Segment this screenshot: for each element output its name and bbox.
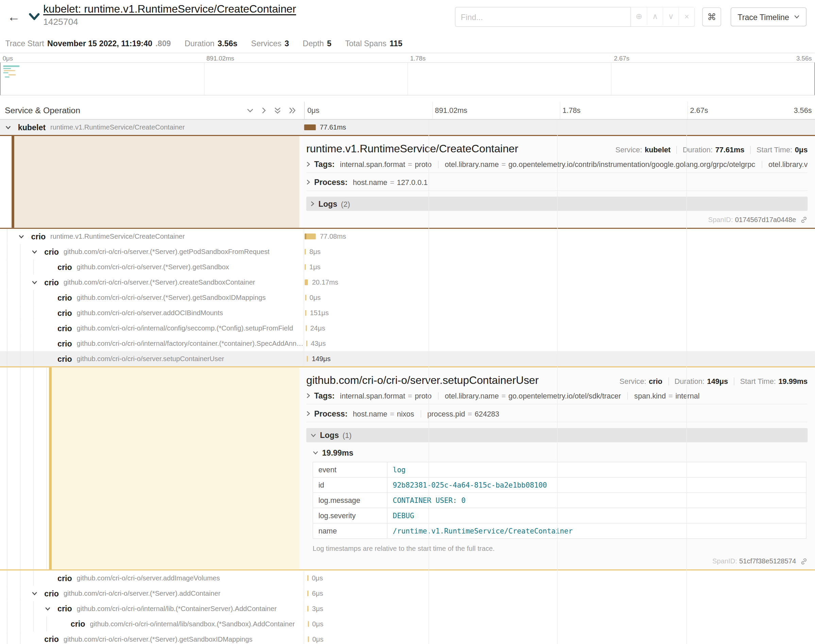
chevron-down-icon[interactable] xyxy=(4,125,18,129)
span-timeline-cell[interactable]: 77.08ms xyxy=(304,229,815,244)
span-row[interactable]: criogithub.com/cri-o/cri-o/server.setupC… xyxy=(0,351,815,366)
trace-view-selector-label: Trace Timeline xyxy=(737,12,789,21)
span-name-cell[interactable]: criogithub.com/cri-o/cri-o/server.(*Serv… xyxy=(0,275,304,290)
span-timeline-cell[interactable]: 24μs xyxy=(304,320,815,336)
span-bar[interactable] xyxy=(305,295,306,301)
span-row[interactable]: criogithub.com/cri-o/cri-o/server.(*Serv… xyxy=(0,632,815,644)
span-row[interactable]: crioruntime.v1.RuntimeService/CreateCont… xyxy=(0,229,815,244)
process-row[interactable]: Process:host.name=nixosprocess.pid=62428… xyxy=(306,409,807,422)
minimap-tick-label: 3.56s xyxy=(796,55,812,62)
span-row[interactable]: criogithub.com/cri-o/cri-o/server.(*Serv… xyxy=(0,290,815,305)
minimap-canvas[interactable] xyxy=(0,62,815,95)
span-timeline-cell[interactable]: 20.17ms xyxy=(304,275,815,290)
span-name-cell[interactable]: criogithub.com/cri-o/cri-o/server.(*Serv… xyxy=(0,586,304,601)
chevron-down-icon[interactable] xyxy=(44,607,57,611)
span-name-cell[interactable]: criogithub.com/cri-o/cri-o/server.(*Serv… xyxy=(0,632,304,644)
span-timeline-cell[interactable]: 8μs xyxy=(304,244,815,259)
span-bar[interactable] xyxy=(306,325,307,331)
span-bar[interactable] xyxy=(307,606,308,611)
logs-count: (1) xyxy=(343,431,352,439)
span-row[interactable]: criogithub.com/cri-o/cri-o/internal/lib/… xyxy=(0,616,815,632)
span-name-cell[interactable]: kubeletruntime.v1.RuntimeService/CreateC… xyxy=(0,120,304,135)
span-bar[interactable] xyxy=(305,264,306,270)
span-row[interactable]: kubeletruntime.v1.RuntimeService/CreateC… xyxy=(0,120,815,135)
span-timeline-cell[interactable]: 6μs xyxy=(304,586,815,601)
logs-accordion-header[interactable]: Logs(1) xyxy=(306,428,807,442)
span-row[interactable]: criogithub.com/cri-o/cri-o/server.(*Serv… xyxy=(0,275,815,290)
span-row[interactable]: criogithub.com/cri-o/cri-o/server.(*Serv… xyxy=(0,586,815,601)
span-row[interactable]: criogithub.com/cri-o/cri-o/internal/conf… xyxy=(0,320,815,336)
span-bar[interactable] xyxy=(305,310,306,316)
span-timeline-cell[interactable]: 151μs xyxy=(304,305,815,320)
span-row[interactable]: criogithub.com/cri-o/cri-o/server.(*Serv… xyxy=(0,244,815,259)
span-name-cell[interactable]: criogithub.com/cri-o/cri-o/server.(*Serv… xyxy=(0,259,304,275)
span-timeline-cell[interactable]: 0μs xyxy=(304,290,815,305)
focus-icon[interactable]: ⊕ xyxy=(631,8,647,26)
span-link-icon[interactable] xyxy=(800,558,808,565)
next-result-icon[interactable]: ∨ xyxy=(663,8,679,26)
chevron-down-icon[interactable] xyxy=(31,250,44,254)
kv-separator xyxy=(761,161,762,168)
back-button[interactable]: ← xyxy=(6,9,26,24)
collapse-one-icon[interactable] xyxy=(247,108,254,113)
span-timeline-cell[interactable]: 0μs xyxy=(304,616,815,632)
span-timeline-cell[interactable]: 43μs xyxy=(304,336,815,351)
collapse-all-icon[interactable] xyxy=(274,107,281,114)
span-bar[interactable] xyxy=(305,249,306,255)
expand-all-icon[interactable] xyxy=(289,107,296,114)
span-timeline-cell[interactable]: 0μs xyxy=(304,570,815,586)
span-name-cell[interactable]: criogithub.com/cri-o/cri-o/internal/lib/… xyxy=(0,616,304,632)
span-bar[interactable] xyxy=(307,356,308,362)
span-row[interactable]: criogithub.com/cri-o/cri-o/server.(*Serv… xyxy=(0,259,815,275)
span-name-cell[interactable]: crioruntime.v1.RuntimeService/CreateCont… xyxy=(0,229,304,244)
tags-row[interactable]: Tags:internal.span.format=protootel.libr… xyxy=(306,391,807,404)
process-item: process.pid=624283 xyxy=(427,409,499,418)
span-service-name: crio xyxy=(44,589,59,598)
trace-view-selector[interactable]: Trace Timeline xyxy=(731,8,806,26)
span-bar[interactable] xyxy=(308,621,309,627)
logs-note: Log timestamps are relative to the start… xyxy=(313,545,807,552)
span-row[interactable]: criogithub.com/cri-o/cri-o/internal/lib.… xyxy=(0,601,815,616)
span-link-icon[interactable] xyxy=(800,216,808,223)
span-timeline-cell[interactable]: 3μs xyxy=(304,601,815,616)
keyboard-shortcuts-button[interactable]: ⌘ xyxy=(702,8,721,26)
span-bar[interactable] xyxy=(308,636,309,642)
span-timeline-cell[interactable]: 1μs xyxy=(304,259,815,275)
log-entry-header[interactable]: 19.99ms xyxy=(313,448,807,457)
trace-title-link[interactable]: kubelet: runtime.v1.RuntimeService/Creat… xyxy=(43,3,296,15)
span-timeline-cell[interactable]: 0μs xyxy=(304,632,815,644)
span-name-cell[interactable]: criogithub.com/cri-o/cri-o/internal/conf… xyxy=(0,320,304,336)
span-name-cell[interactable]: criogithub.com/cri-o/cri-o/server.addIma… xyxy=(0,570,304,586)
span-name-cell[interactable]: criogithub.com/cri-o/cri-o/server.(*Serv… xyxy=(0,290,304,305)
title-collapse-chevron-icon[interactable] xyxy=(29,12,40,23)
span-bar[interactable] xyxy=(307,575,308,581)
process-row[interactable]: Process:host.name=127.0.0.1 xyxy=(306,178,807,191)
find-input[interactable] xyxy=(455,7,631,27)
logs-accordion-header[interactable]: Logs(2) xyxy=(306,196,807,211)
span-bar[interactable] xyxy=(305,234,316,239)
clear-search-icon[interactable]: × xyxy=(679,8,695,26)
tags-row[interactable]: Tags:internal.span.format=protootel.libr… xyxy=(306,160,807,173)
span-bar[interactable] xyxy=(305,279,308,285)
chevron-down-icon[interactable] xyxy=(31,591,44,595)
kv-key: internal.span.format xyxy=(340,160,405,169)
span-name-cell[interactable]: criogithub.com/cri-o/cri-o/internal/fact… xyxy=(0,336,304,351)
chevron-down-icon[interactable] xyxy=(17,234,31,238)
span-row[interactable]: criogithub.com/cri-o/cri-o/internal/fact… xyxy=(0,336,815,351)
span-timeline-cell[interactable]: 149μs xyxy=(304,351,815,366)
span-bar[interactable] xyxy=(306,341,307,347)
prev-result-icon[interactable]: ∧ xyxy=(647,8,663,26)
expand-one-icon[interactable] xyxy=(262,107,266,114)
gridline xyxy=(432,102,433,119)
chevron-down-icon[interactable] xyxy=(31,280,44,284)
span-name-cell[interactable]: criogithub.com/cri-o/cri-o/server.addOCI… xyxy=(0,305,304,320)
span-bar[interactable] xyxy=(304,124,316,130)
span-name-cell[interactable]: criogithub.com/cri-o/cri-o/internal/lib.… xyxy=(0,601,304,616)
span-name-cell[interactable]: criogithub.com/cri-o/cri-o/server.setupC… xyxy=(0,351,304,366)
span-row[interactable]: criogithub.com/cri-o/cri-o/server.addIma… xyxy=(0,570,815,586)
minimap-span-bar xyxy=(9,74,16,75)
span-timeline-cell[interactable]: 77.61ms xyxy=(304,120,815,135)
span-bar[interactable] xyxy=(307,590,308,596)
span-name-cell[interactable]: criogithub.com/cri-o/cri-o/server.(*Serv… xyxy=(0,244,304,259)
span-row[interactable]: criogithub.com/cri-o/cri-o/server.addOCI… xyxy=(0,305,815,320)
